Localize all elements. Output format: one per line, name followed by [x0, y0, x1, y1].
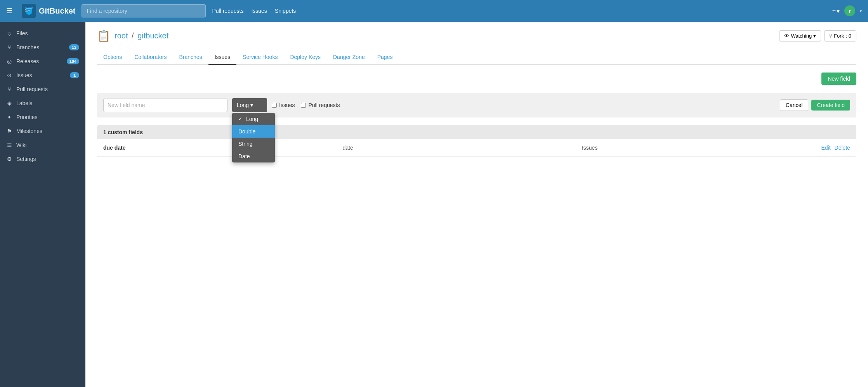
pull-requests-icon: ⑂	[6, 86, 12, 92]
field-name: due date	[103, 145, 342, 151]
navbar-avatar[interactable]: r	[844, 5, 855, 16]
repo-name-link[interactable]: gitbucket	[137, 31, 168, 40]
tab-options[interactable]: Options	[97, 50, 128, 65]
main-content: 📋 root / gitbucket 👁 Watching ▾ ⑂ Fork: …	[85, 22, 868, 387]
sidebar-item-labels[interactable]: ◈ Labels	[0, 96, 85, 110]
eye-icon: 👁	[784, 33, 789, 39]
tab-issues[interactable]: Issues	[208, 50, 236, 65]
files-icon: ◇	[6, 30, 12, 36]
cancel-button[interactable]: Cancel	[780, 99, 809, 111]
sidebar-item-label: Priorities	[16, 114, 79, 120]
repo-owner-link[interactable]: root	[115, 31, 128, 40]
navbar-avatar-arrow: ▾	[860, 9, 862, 13]
navbar-menu-icon[interactable]: ☰	[6, 7, 12, 15]
sidebar-item-settings[interactable]: ⚙ Settings	[0, 152, 85, 166]
priorities-icon: ✦	[6, 114, 12, 120]
navbar-plus-button[interactable]: +▾	[832, 7, 840, 15]
field-scope: Issues	[582, 145, 821, 151]
milestones-icon: ⚑	[6, 128, 12, 134]
issues-checkbox-text: Issues	[279, 102, 295, 108]
repo-title: 📋 root / gitbucket	[97, 29, 168, 42]
fork-count: 0	[849, 33, 851, 39]
sidebar-item-priorities[interactable]: ✦ Priorities	[0, 110, 85, 124]
pull-requests-checkbox[interactable]	[301, 103, 306, 108]
dropdown-container: Long ▾ Long Double String Date	[232, 98, 267, 112]
delete-field-link[interactable]: Delete	[835, 145, 850, 151]
sidebar: ◇ Files ⑂ Branches 13 ◎ Releases 104 ⊙ I…	[0, 22, 85, 387]
releases-icon: ◎	[6, 58, 12, 64]
issues-checkbox[interactable]	[272, 103, 277, 108]
nav-link-snippets[interactable]: Snippets	[275, 8, 296, 14]
navbar: ☰ 🪣 GitBucket Pull requests Issues Snipp…	[0, 0, 868, 22]
field-actions: Edit Delete	[821, 145, 850, 151]
sidebar-item-label: Labels	[16, 100, 79, 106]
tab-service-hooks[interactable]: Service Hooks	[236, 50, 284, 65]
repo-actions: 👁 Watching ▾ ⑂ Fork: 0	[779, 30, 856, 41]
field-type: date	[342, 145, 582, 151]
nav-link-pull-requests[interactable]: Pull requests	[212, 8, 243, 14]
tab-danger-zone[interactable]: Danger Zone	[327, 50, 371, 65]
checkbox-group: Issues Pull requests	[272, 102, 340, 108]
type-dropdown-trigger[interactable]: Long ▾	[232, 98, 267, 112]
edit-field-link[interactable]: Edit	[821, 145, 830, 151]
sidebar-item-label: Branches	[16, 44, 65, 50]
sidebar-item-label: Milestones	[16, 128, 79, 134]
tab-pages[interactable]: Pages	[371, 50, 399, 65]
watch-label: Watching	[791, 33, 812, 39]
sidebar-item-files[interactable]: ◇ Files	[0, 26, 85, 40]
navbar-brand[interactable]: 🪣 GitBucket	[22, 4, 75, 18]
dropdown-item-string[interactable]: String	[232, 138, 275, 150]
section-header: 1 custom fields	[97, 125, 856, 139]
tabs: Options Collaborators Branches Issues Se…	[97, 50, 856, 65]
tab-collaborators[interactable]: Collaborators	[128, 50, 173, 65]
custom-fields-section: 1 custom fields due date date Issues Edi…	[97, 125, 856, 157]
branches-badge: 13	[69, 44, 79, 50]
form-actions: Cancel Create field	[780, 99, 850, 111]
settings-icon: ⚙	[6, 156, 12, 162]
sidebar-item-label: Files	[16, 30, 79, 36]
wiki-icon: ☰	[6, 142, 12, 148]
navbar-brand-icon: 🪣	[22, 4, 36, 18]
pull-requests-checkbox-text: Pull requests	[308, 102, 340, 108]
sidebar-item-issues[interactable]: ⊙ Issues 1	[0, 68, 85, 82]
watch-button[interactable]: 👁 Watching ▾	[779, 30, 821, 41]
repo-title-text: root / gitbucket	[115, 31, 168, 40]
navbar-brand-text: GitBucket	[39, 7, 75, 16]
releases-badge: 104	[67, 58, 79, 64]
sidebar-item-branches[interactable]: ⑂ Branches 13	[0, 40, 85, 54]
create-field-button[interactable]: Create field	[811, 100, 850, 111]
sidebar-item-pull-requests[interactable]: ⑂ Pull requests	[0, 82, 85, 96]
sidebar-item-label: Wiki	[16, 142, 79, 148]
sidebar-item-wiki[interactable]: ☰ Wiki	[0, 138, 85, 152]
repo-icon: 📋	[97, 29, 111, 42]
sidebar-item-milestones[interactable]: ⚑ Milestones	[0, 124, 85, 138]
tab-branches[interactable]: Branches	[173, 50, 208, 65]
sidebar-item-label: Releases	[16, 58, 63, 64]
sidebar-item-label: Settings	[16, 156, 79, 162]
type-dropdown-menu: Long Double String Date	[232, 113, 275, 162]
pull-requests-checkbox-label[interactable]: Pull requests	[301, 102, 340, 108]
field-name-input[interactable]	[103, 98, 227, 112]
new-field-row: New field	[97, 73, 856, 85]
fork-button[interactable]: ⑂ Fork: 0	[824, 30, 856, 41]
issues-checkbox-label[interactable]: Issues	[272, 102, 295, 108]
repo-header: 📋 root / gitbucket 👁 Watching ▾ ⑂ Fork: …	[97, 29, 856, 42]
field-row: due date date Issues Edit Delete	[97, 139, 856, 157]
form-row: Long ▾ Long Double String Date	[97, 93, 856, 117]
sidebar-item-releases[interactable]: ◎ Releases 104	[0, 54, 85, 68]
search-input[interactable]	[82, 4, 206, 17]
new-field-button[interactable]: New field	[821, 73, 856, 85]
issues-icon: ⊙	[6, 72, 12, 78]
labels-icon: ◈	[6, 100, 12, 106]
watch-chevron-icon: ▾	[813, 33, 816, 39]
fork-icon: ⑂	[829, 33, 832, 39]
branches-icon: ⑂	[6, 44, 12, 50]
dropdown-item-long[interactable]: Long	[232, 113, 275, 125]
fork-label: Fork	[834, 33, 844, 39]
nav-link-issues[interactable]: Issues	[251, 8, 267, 14]
issues-badge: 1	[70, 72, 79, 78]
sidebar-item-label: Pull requests	[16, 86, 79, 92]
tab-deploy-keys[interactable]: Deploy Keys	[284, 50, 327, 65]
dropdown-item-double[interactable]: Double	[232, 125, 275, 138]
dropdown-item-date[interactable]: Date	[232, 150, 275, 162]
